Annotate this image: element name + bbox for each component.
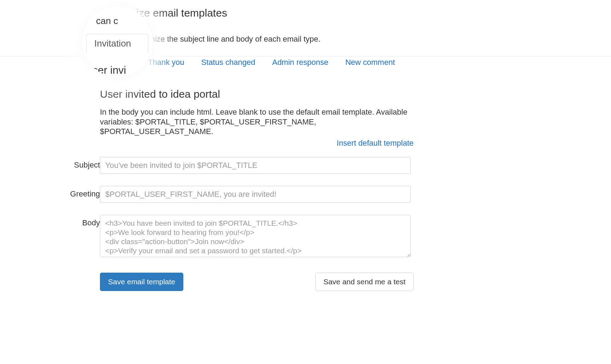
subject-label: Subject — [61, 157, 100, 170]
tab-admin-response[interactable]: Admin response — [272, 58, 328, 67]
section-heading: User invited to idea portal — [100, 88, 513, 100]
tab-new-comment[interactable]: New comment — [345, 58, 395, 67]
insert-default-template-link[interactable]: Insert default template — [337, 139, 414, 147]
body-label: Body — [61, 215, 100, 228]
magnifier-trunc-bottom: ser invi — [93, 64, 126, 76]
greeting-label: Greeting — [61, 186, 100, 199]
subject-input[interactable] — [100, 157, 411, 174]
body-textarea[interactable] — [100, 215, 411, 257]
magnifier-active-tab: Invitation — [86, 34, 148, 53]
section-description: In the body you can include html. Leave … — [100, 107, 418, 136]
tabs: Invitation Thank you Status changed Admi… — [100, 58, 513, 67]
tab-thank-you[interactable]: Thank you — [148, 58, 184, 67]
save-and-test-button[interactable]: Save and send me a test — [315, 273, 414, 291]
magnifier-trunc-top: can c — [96, 16, 118, 26]
page-description: You can customize the subject line and b… — [100, 35, 513, 44]
magnifier-callout: can c Invitation ser invi — [82, 6, 153, 77]
magnifier-active-tab-label: Invitation — [94, 38, 131, 49]
save-button[interactable]: Save email template — [100, 273, 183, 291]
page-title: Customize email templates — [100, 0, 513, 19]
tab-status-changed[interactable]: Status changed — [201, 58, 255, 67]
greeting-input[interactable] — [100, 186, 411, 203]
